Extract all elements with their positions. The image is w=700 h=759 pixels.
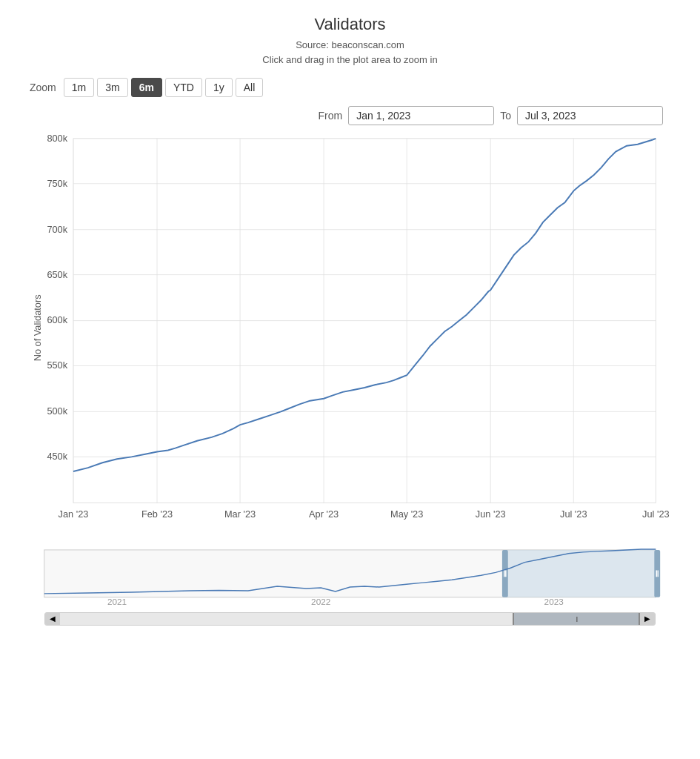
svg-text:Mar '23: Mar '23 (224, 508, 256, 520)
svg-text:Feb '23: Feb '23 (141, 508, 173, 520)
scroll-track: ||| (60, 613, 640, 625)
page-title: Validators (22, 15, 678, 34)
scroll-bar[interactable]: ◀ ||| ▶ (44, 612, 656, 626)
zoom-3m-button[interactable]: 3m (97, 78, 127, 97)
from-date-input[interactable] (348, 106, 494, 125)
svg-text:Jul '23: Jul '23 (642, 508, 670, 520)
svg-rect-37 (502, 550, 508, 597)
from-label: From (319, 110, 343, 122)
svg-text:2023: 2023 (544, 597, 564, 606)
zoom-1y-button[interactable]: 1y (205, 78, 233, 97)
svg-text:550k: 550k (47, 359, 67, 371)
svg-text:Apr '23: Apr '23 (309, 508, 339, 520)
scroll-right-button[interactable]: ▶ (640, 612, 655, 626)
zoom-label: Zoom (30, 82, 56, 93)
date-range-controls: From To (22, 106, 678, 125)
scroll-thumb[interactable]: ||| (513, 613, 640, 625)
to-date-input[interactable] (517, 106, 663, 125)
svg-text:500k: 500k (47, 405, 67, 417)
zoom-controls: Zoom 1m 3m 6m YTD 1y All (22, 78, 678, 97)
svg-rect-36 (506, 550, 656, 597)
zoom-all-button[interactable]: All (236, 78, 264, 97)
svg-text:750k: 750k (47, 178, 67, 189)
svg-rect-38 (654, 550, 660, 597)
svg-text:2021: 2021 (107, 597, 127, 606)
chart-subtitle: Source: beaconscan.com Click and drag in… (22, 38, 678, 67)
zoom-ytd-button[interactable]: YTD (165, 78, 202, 97)
svg-text:Jul '23: Jul '23 (560, 508, 587, 520)
svg-text:May '23: May '23 (390, 508, 423, 520)
scroll-left-button[interactable]: ◀ (45, 612, 60, 626)
svg-text:450k: 450k (47, 451, 67, 462)
svg-text:600k: 600k (47, 314, 67, 325)
svg-text:Jun '23: Jun '23 (476, 508, 506, 520)
svg-text:Jan '23: Jan '23 (59, 508, 89, 520)
navigator-chart[interactable]: 2021 2022 2023 ◀ ||| ▶ (30, 546, 670, 625)
svg-text:2022: 2022 (311, 597, 330, 606)
zoom-1m-button[interactable]: 1m (64, 78, 94, 97)
svg-text:No of Validators: No of Validators (32, 294, 43, 361)
main-chart[interactable]: 800k 750k 700k 650k 600k 550k 500k 450k … (30, 131, 670, 539)
svg-text:650k: 650k (47, 269, 67, 280)
svg-text:700k: 700k (47, 224, 67, 235)
svg-text:800k: 800k (47, 133, 67, 144)
to-label: To (500, 110, 511, 122)
zoom-6m-button[interactable]: 6m (131, 78, 162, 97)
